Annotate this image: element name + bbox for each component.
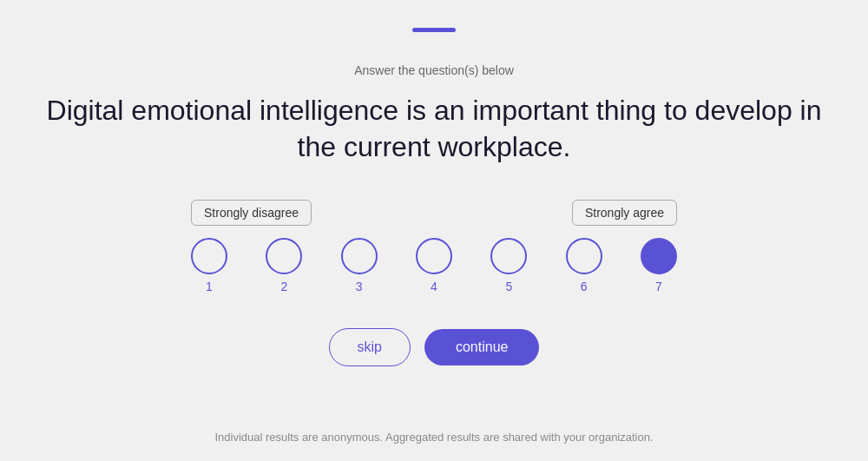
option-item-5[interactable]: 5 xyxy=(490,238,527,293)
option-number-3: 3 xyxy=(356,280,363,293)
continue-button[interactable]: continue xyxy=(424,329,540,366)
option-circle-6[interactable] xyxy=(566,238,602,274)
option-item-6[interactable]: 6 xyxy=(566,238,602,293)
option-number-2: 2 xyxy=(280,280,287,293)
option-number-6: 6 xyxy=(581,280,588,293)
label-agree: Strongly agree xyxy=(572,200,677,226)
main-content: Answer the question(s) below Digital emo… xyxy=(0,46,868,418)
option-number-7: 7 xyxy=(655,280,662,293)
option-item-3[interactable]: 3 xyxy=(341,238,378,293)
question-text: Digital emotional intelligence is an imp… xyxy=(35,93,833,165)
option-number-1: 1 xyxy=(206,280,213,293)
option-circle-7[interactable] xyxy=(641,238,677,274)
options-row: 1234567 xyxy=(191,238,677,293)
option-item-2[interactable]: 2 xyxy=(266,238,302,293)
footer-text: Individual results are anonymous. Aggreg… xyxy=(0,431,868,444)
option-circle-4[interactable] xyxy=(416,238,452,274)
option-item-4[interactable]: 4 xyxy=(416,238,452,293)
option-item-7[interactable]: 7 xyxy=(641,238,677,293)
likert-section: Strongly disagree Strongly agree 1234567 xyxy=(35,200,833,293)
option-circle-5[interactable] xyxy=(490,238,527,274)
progress-bar xyxy=(412,28,456,32)
option-circle-3[interactable] xyxy=(341,238,378,274)
option-circle-1[interactable] xyxy=(191,238,227,274)
option-number-5: 5 xyxy=(505,280,512,293)
buttons-row: skip continue xyxy=(329,328,540,366)
option-number-4: 4 xyxy=(431,280,437,293)
option-item-1[interactable]: 1 xyxy=(191,238,227,293)
subtitle: Answer the question(s) below xyxy=(354,63,514,77)
labels-row: Strongly disagree Strongly agree xyxy=(191,200,677,226)
skip-button[interactable]: skip xyxy=(329,328,411,366)
option-circle-2[interactable] xyxy=(266,238,302,274)
progress-bar-container xyxy=(0,0,868,46)
label-disagree: Strongly disagree xyxy=(191,200,312,226)
